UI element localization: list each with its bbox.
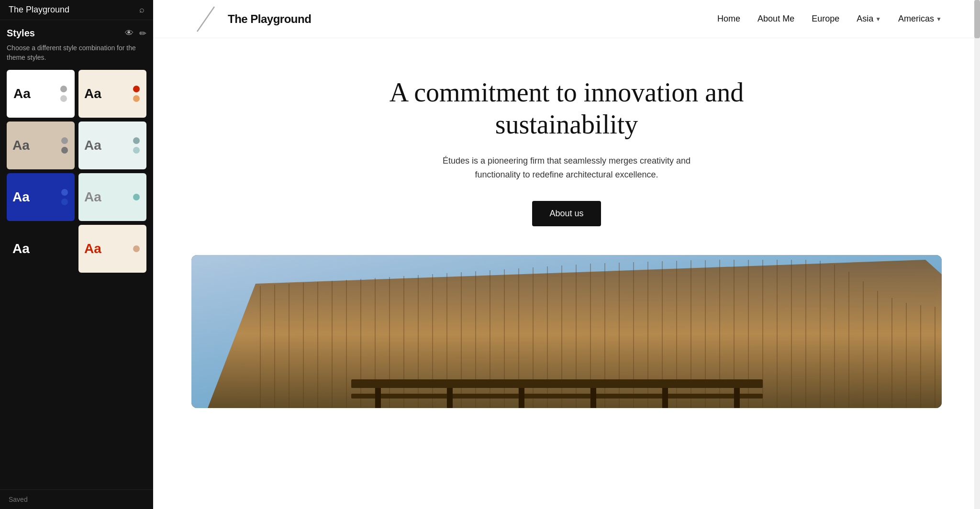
styles-panel: Styles 👁 ✏ Choose a different style comb…	[0, 20, 153, 489]
building-image-inner	[191, 255, 942, 408]
style-card-4-dots	[133, 137, 140, 154]
dot	[61, 147, 68, 154]
style-card-8-dots	[133, 245, 140, 252]
styles-description: Choose a different style combination for…	[7, 44, 146, 62]
dot	[133, 147, 140, 154]
style-card-5-label: Aa	[12, 189, 30, 205]
sidebar: The Playground ⌕ Styles 👁 ✏ Choose a dif…	[0, 0, 153, 509]
dot	[60, 86, 67, 92]
nav-home[interactable]: Home	[717, 14, 740, 24]
style-card-1-label: Aa	[13, 86, 31, 101]
site-logo-text: The Playground	[228, 12, 311, 26]
dot	[61, 137, 68, 144]
styles-panel-header: Styles 👁 ✏	[7, 28, 146, 39]
style-card-1-dots	[60, 86, 67, 102]
style-card-4[interactable]: Aa	[78, 122, 146, 169]
sidebar-header: The Playground ⌕	[0, 0, 153, 20]
svg-rect-59	[662, 388, 668, 408]
hero-subtext: Études is a pioneering firm that seamles…	[433, 154, 701, 182]
svg-rect-56	[447, 388, 453, 408]
sidebar-title: The Playground	[9, 5, 69, 15]
asia-chevron-icon: ▼	[875, 16, 881, 22]
style-card-6[interactable]: Aa	[78, 173, 146, 221]
dot	[61, 189, 68, 196]
style-card-7-label: Aa	[12, 241, 30, 256]
saved-status: Saved	[9, 496, 28, 503]
svg-rect-60	[734, 388, 740, 408]
style-card-2[interactable]: Aa	[78, 70, 146, 118]
svg-rect-53	[351, 379, 763, 388]
svg-rect-54	[351, 394, 763, 398]
style-card-8-label: Aa	[84, 241, 101, 256]
site-header: The Playground Home About Me Europe Asia…	[153, 0, 980, 38]
main-content: The Playground Home About Me Europe Asia…	[153, 0, 980, 509]
scrollbar-track[interactable]	[974, 0, 980, 509]
styles-panel-title: Styles	[7, 28, 35, 39]
about-us-button[interactable]: About us	[532, 201, 601, 226]
style-card-2-label: Aa	[84, 86, 101, 101]
style-card-8[interactable]: Aa	[78, 225, 146, 273]
nav-asia[interactable]: Asia ▼	[857, 14, 881, 24]
building-svg	[191, 255, 942, 408]
style-card-3-dots	[61, 137, 68, 154]
style-card-1[interactable]: Aa	[7, 70, 75, 118]
dot	[61, 199, 68, 205]
dot	[133, 95, 140, 102]
style-grid: Aa Aa Aa	[7, 70, 146, 273]
svg-line-0	[197, 7, 214, 32]
edit-icon[interactable]: ✏	[139, 28, 146, 39]
americas-chevron-icon: ▼	[936, 16, 942, 22]
nav-europe[interactable]: Europe	[812, 14, 839, 24]
search-icon[interactable]: ⌕	[139, 5, 145, 15]
style-card-5[interactable]: Aa	[7, 173, 75, 221]
hero-section: A commitment to innovation and sustainab…	[153, 38, 980, 255]
dot	[133, 86, 140, 92]
building-image	[191, 255, 942, 408]
dot	[133, 194, 140, 200]
nav-americas[interactable]: Americas ▼	[898, 14, 942, 24]
svg-rect-57	[519, 388, 524, 408]
style-card-7[interactable]: Aa	[7, 225, 75, 273]
scrollbar-thumb[interactable]	[974, 0, 980, 38]
style-card-6-dots	[133, 194, 140, 200]
site-logo-area: The Playground	[191, 5, 311, 33]
style-card-4-label: Aa	[84, 138, 101, 153]
nav-about-me[interactable]: About Me	[757, 14, 794, 24]
logo-icon	[191, 5, 220, 33]
hero-heading: A commitment to innovation and sustainab…	[375, 77, 758, 141]
styles-panel-icons: 👁 ✏	[125, 28, 146, 39]
svg-rect-55	[375, 388, 381, 408]
style-card-6-label: Aa	[84, 189, 101, 205]
eye-icon[interactable]: 👁	[125, 28, 134, 39]
svg-rect-58	[590, 388, 596, 408]
style-card-3-label: Aa	[12, 138, 30, 153]
style-card-3[interactable]: Aa	[7, 122, 75, 169]
dot	[133, 137, 140, 144]
style-card-2-dots	[133, 86, 140, 102]
style-card-5-dots	[61, 189, 68, 205]
site-nav: Home About Me Europe Asia ▼ Americas ▼	[717, 14, 942, 24]
dot	[60, 95, 67, 102]
sidebar-footer: Saved	[0, 489, 153, 509]
dot	[133, 245, 140, 252]
